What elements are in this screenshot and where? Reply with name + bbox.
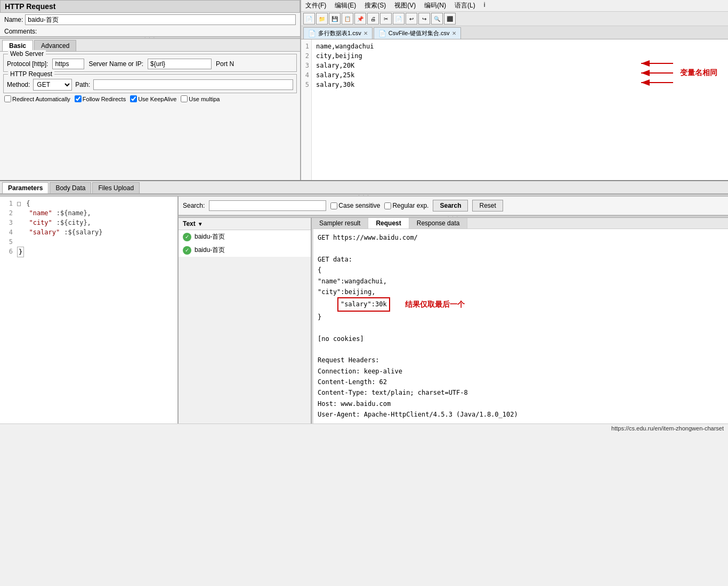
toolbar-btn-zoom[interactable]: ⬛ — [444, 13, 456, 25]
resp-line-1: GET https://www.baidu.com/ — [318, 232, 724, 243]
resp-line-8: } — [318, 312, 724, 322]
annotation-text-same-var: 变量名相同 — [680, 68, 717, 78]
name-row: Name: — [0, 13, 300, 27]
regular-exp-checkbox[interactable]: Regular exp. — [384, 202, 428, 209]
code-editor[interactable]: 1 □ { 2 "name":${name}, 3 "city":${city}… — [0, 197, 179, 424]
toolbar-btn-redo[interactable]: ↪ — [418, 13, 430, 25]
result-item-1[interactable]: ✓ baidu-首页 — [179, 230, 311, 243]
toolbar-btn-save[interactable]: 💾 — [329, 13, 341, 25]
csv-annotation: 变量名相同 — [633, 59, 717, 87]
menu-bar: 文件(F) 编辑(E) 搜索(S) 视图(V) 编码(N) 语言(L) i — [301, 0, 728, 12]
csv-line-1: name,wangdachui — [316, 42, 724, 51]
reset-button[interactable]: Reset — [472, 200, 503, 211]
tab-basic[interactable]: Basic — [2, 40, 33, 51]
toolbar-btn-new[interactable]: 📄 — [303, 13, 315, 25]
comments-label: Comments: — [4, 28, 37, 35]
search-label: Search: — [183, 202, 205, 209]
toolbar-btn-open[interactable]: 📁 — [316, 13, 328, 25]
multipart-checkbox[interactable]: Use multipa — [181, 95, 220, 102]
toolbar-btn-print[interactable]: 🖨 — [367, 13, 379, 25]
toolbar-btn-copy[interactable]: 📋 — [342, 13, 353, 25]
bottom-tab-row: Parameters Body Data Files Upload — [0, 181, 728, 194]
menu-file[interactable]: 文件(F) — [305, 1, 326, 10]
menu-encode[interactable]: 编码(N) — [424, 1, 446, 10]
redirect-checkbox[interactable]: Redirect Automatically — [4, 95, 70, 102]
resp-line-6: "city":beijing, — [318, 287, 724, 297]
name-input[interactable] — [25, 14, 296, 25]
csv-tab-2[interactable]: 📄 CsvFile-键值对集合.csv ✕ — [374, 27, 461, 39]
csv-content-area: 1 2 3 4 5 name,wangdachui city,beijing s… — [301, 39, 728, 180]
toolbar-btn-cut[interactable]: ✂ — [380, 13, 392, 25]
resp-line-15: Content-Type: text/plain; charset=UTF-8 — [318, 387, 724, 398]
resp-line-17: User-Agent: Apache-HttpClient/4.5.3 (Jav… — [318, 409, 724, 420]
resp-line-14: Content-Length: 62 — [318, 377, 724, 387]
server-input[interactable] — [148, 59, 212, 69]
salary-value-box: "salary":30k — [337, 297, 390, 311]
menu-more[interactable]: i — [484, 1, 486, 10]
resp-salary-line: "salary":30k 结果仅取最后一个 — [318, 297, 724, 311]
port-label: Port N — [216, 60, 234, 68]
text-dropdown-icon[interactable]: ▼ — [198, 221, 203, 227]
case-sensitive-checkbox[interactable]: Case sensitive — [330, 202, 380, 209]
status-bar: https://cs.edu.ru/en/item-zhongwen-chars… — [0, 424, 728, 433]
tab-sampler-result[interactable]: Sampler result — [312, 218, 368, 229]
method-select[interactable]: GET POST PUT DELETE — [33, 79, 72, 91]
result-text-1: baidu-首页 — [195, 232, 225, 241]
response-content: GET https://www.baidu.com/ GET data: { "… — [312, 229, 728, 424]
menu-view[interactable]: 视图(V) — [394, 1, 416, 10]
http-request-header: HTTP Request — [0, 0, 300, 13]
menu-lang[interactable]: 语言(L) — [455, 1, 475, 10]
tab-advanced[interactable]: Advanced — [34, 40, 76, 51]
csv-tab-1[interactable]: 📄 多行数据表1.csv ✕ — [303, 27, 373, 39]
response-area: Sampler result Request Response data GET — [312, 218, 728, 424]
resp-line-5: "name":wangdachui, — [318, 276, 724, 287]
code-line-2: 2 "name":${name}, — [2, 208, 175, 218]
result-text-2: baidu-首页 — [195, 246, 225, 255]
code-line-4: 4 "salary":${salary} — [2, 227, 175, 237]
code-line-3: 3 "city":${city}, — [2, 218, 175, 227]
toolbar-btn-find[interactable]: 🔍 — [431, 13, 443, 25]
text-list-panel: Text ▼ ✓ baidu-首页 ✓ baidu-首页 — [179, 218, 312, 424]
path-input[interactable] — [93, 79, 293, 90]
toolbar: 📄 📁 💾 📋 📌 🖨 ✂ 📄 ↩ ↪ 🔍 ⬛ — [301, 12, 728, 26]
resp-line-4: { — [318, 265, 724, 275]
toolbar-btn-paste[interactable]: 📌 — [354, 13, 366, 25]
text-list-label: Text — [183, 220, 196, 227]
protocol-input[interactable] — [52, 59, 84, 69]
name-label: Name: — [4, 16, 23, 23]
tab-response-data[interactable]: Response data — [409, 218, 468, 229]
menu-search[interactable]: 搜索(S) — [365, 1, 386, 10]
follow-checkbox[interactable]: Follow Redirects — [75, 95, 126, 102]
code-line-1: 1 □ { — [2, 199, 175, 208]
menu-edit[interactable]: 编辑(E) — [335, 1, 356, 10]
response-tab-row: Sampler result Request Response data — [312, 218, 728, 229]
tab-parameters[interactable]: Parameters — [2, 182, 48, 193]
csv-tab-row: 📄 多行数据表1.csv ✕ 📄 CsvFile-键值对集合.csv ✕ — [301, 26, 728, 39]
search-input[interactable] — [209, 200, 326, 211]
code-line-5: 5 — [2, 237, 175, 247]
search-button[interactable]: Search — [433, 200, 468, 211]
toolbar-btn-undo[interactable]: ↩ — [406, 13, 417, 25]
result-icon-1: ✓ — [183, 233, 191, 241]
csv-tab-2-close[interactable]: ✕ — [452, 30, 456, 36]
resp-line-3: GET data: — [318, 254, 724, 265]
http-request-sub-box: HTTP Request Method: GET POST PUT DELETE… — [3, 74, 297, 93]
resp-line-13: Connection: keep-alive — [318, 366, 724, 377]
annotation-last-result: 结果仅取最后一个 — [405, 298, 465, 311]
text-list-header: Text ▼ — [179, 218, 311, 230]
tab-body-data[interactable]: Body Data — [50, 182, 91, 193]
result-icon-2: ✓ — [183, 246, 191, 255]
salary-indent — [318, 299, 333, 310]
tab-request[interactable]: Request — [368, 218, 409, 229]
toolbar-btn-copy2[interactable]: 📄 — [393, 13, 405, 25]
web-server-title: Web Server — [8, 50, 46, 58]
path-label: Path: — [75, 81, 90, 88]
method-label: Method: — [7, 81, 30, 88]
result-item-2[interactable]: ✓ baidu-首页 — [179, 243, 311, 257]
resp-line-10: [no cookies] — [318, 333, 724, 344]
resp-line-2 — [318, 243, 724, 254]
tab-files-upload[interactable]: Files Upload — [92, 182, 140, 193]
keepalive-checkbox[interactable]: Use KeepAlive — [130, 95, 176, 102]
csv-tab-1-close[interactable]: ✕ — [363, 30, 368, 36]
resp-line-9 — [318, 322, 724, 333]
